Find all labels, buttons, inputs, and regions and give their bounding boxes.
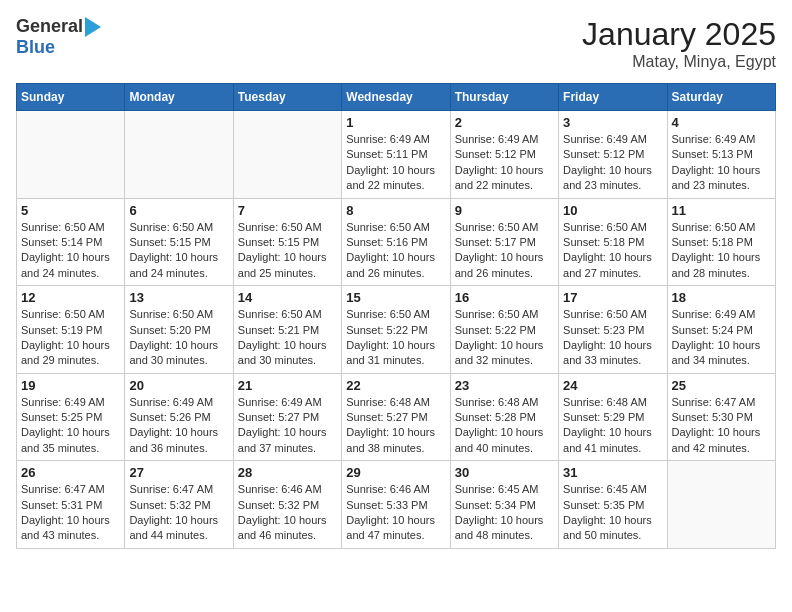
logo: General Blue bbox=[16, 16, 101, 58]
day-number: 8 bbox=[346, 203, 445, 218]
calendar-cell: 7Sunrise: 6:50 AM Sunset: 5:15 PM Daylig… bbox=[233, 198, 341, 286]
day-number: 22 bbox=[346, 378, 445, 393]
day-number: 7 bbox=[238, 203, 337, 218]
day-number: 4 bbox=[672, 115, 771, 130]
day-info: Sunrise: 6:50 AM Sunset: 5:16 PM Dayligh… bbox=[346, 220, 445, 282]
day-info: Sunrise: 6:50 AM Sunset: 5:15 PM Dayligh… bbox=[129, 220, 228, 282]
calendar-cell: 11Sunrise: 6:50 AM Sunset: 5:18 PM Dayli… bbox=[667, 198, 775, 286]
week-row-2: 5Sunrise: 6:50 AM Sunset: 5:14 PM Daylig… bbox=[17, 198, 776, 286]
calendar-table: SundayMondayTuesdayWednesdayThursdayFrid… bbox=[16, 83, 776, 549]
day-info: Sunrise: 6:50 AM Sunset: 5:18 PM Dayligh… bbox=[563, 220, 662, 282]
day-info: Sunrise: 6:46 AM Sunset: 5:33 PM Dayligh… bbox=[346, 482, 445, 544]
day-info: Sunrise: 6:49 AM Sunset: 5:12 PM Dayligh… bbox=[455, 132, 554, 194]
weekday-header-thursday: Thursday bbox=[450, 84, 558, 111]
weekday-header-sunday: Sunday bbox=[17, 84, 125, 111]
calendar-cell: 24Sunrise: 6:48 AM Sunset: 5:29 PM Dayli… bbox=[559, 373, 667, 461]
day-info: Sunrise: 6:50 AM Sunset: 5:23 PM Dayligh… bbox=[563, 307, 662, 369]
week-row-5: 26Sunrise: 6:47 AM Sunset: 5:31 PM Dayli… bbox=[17, 461, 776, 549]
day-info: Sunrise: 6:50 AM Sunset: 5:19 PM Dayligh… bbox=[21, 307, 120, 369]
calendar-cell: 29Sunrise: 6:46 AM Sunset: 5:33 PM Dayli… bbox=[342, 461, 450, 549]
day-info: Sunrise: 6:49 AM Sunset: 5:24 PM Dayligh… bbox=[672, 307, 771, 369]
calendar-cell: 1Sunrise: 6:49 AM Sunset: 5:11 PM Daylig… bbox=[342, 111, 450, 199]
calendar-cell: 15Sunrise: 6:50 AM Sunset: 5:22 PM Dayli… bbox=[342, 286, 450, 374]
logo-arrow-icon bbox=[85, 17, 101, 37]
day-number: 13 bbox=[129, 290, 228, 305]
week-row-3: 12Sunrise: 6:50 AM Sunset: 5:19 PM Dayli… bbox=[17, 286, 776, 374]
calendar-cell: 2Sunrise: 6:49 AM Sunset: 5:12 PM Daylig… bbox=[450, 111, 558, 199]
calendar-cell: 18Sunrise: 6:49 AM Sunset: 5:24 PM Dayli… bbox=[667, 286, 775, 374]
calendar-cell: 4Sunrise: 6:49 AM Sunset: 5:13 PM Daylig… bbox=[667, 111, 775, 199]
calendar-cell: 16Sunrise: 6:50 AM Sunset: 5:22 PM Dayli… bbox=[450, 286, 558, 374]
day-info: Sunrise: 6:49 AM Sunset: 5:27 PM Dayligh… bbox=[238, 395, 337, 457]
day-info: Sunrise: 6:49 AM Sunset: 5:25 PM Dayligh… bbox=[21, 395, 120, 457]
calendar-cell bbox=[17, 111, 125, 199]
day-info: Sunrise: 6:49 AM Sunset: 5:26 PM Dayligh… bbox=[129, 395, 228, 457]
calendar-cell: 23Sunrise: 6:48 AM Sunset: 5:28 PM Dayli… bbox=[450, 373, 558, 461]
day-number: 25 bbox=[672, 378, 771, 393]
day-number: 15 bbox=[346, 290, 445, 305]
day-info: Sunrise: 6:50 AM Sunset: 5:20 PM Dayligh… bbox=[129, 307, 228, 369]
day-number: 26 bbox=[21, 465, 120, 480]
day-number: 11 bbox=[672, 203, 771, 218]
day-number: 10 bbox=[563, 203, 662, 218]
calendar-cell: 22Sunrise: 6:48 AM Sunset: 5:27 PM Dayli… bbox=[342, 373, 450, 461]
page-header: General Blue January 2025 Matay, Minya, … bbox=[16, 16, 776, 71]
day-info: Sunrise: 6:50 AM Sunset: 5:14 PM Dayligh… bbox=[21, 220, 120, 282]
day-number: 27 bbox=[129, 465, 228, 480]
calendar-cell: 25Sunrise: 6:47 AM Sunset: 5:30 PM Dayli… bbox=[667, 373, 775, 461]
calendar-cell: 5Sunrise: 6:50 AM Sunset: 5:14 PM Daylig… bbox=[17, 198, 125, 286]
calendar-cell: 3Sunrise: 6:49 AM Sunset: 5:12 PM Daylig… bbox=[559, 111, 667, 199]
title-area: January 2025 Matay, Minya, Egypt bbox=[582, 16, 776, 71]
calendar-cell: 17Sunrise: 6:50 AM Sunset: 5:23 PM Dayli… bbox=[559, 286, 667, 374]
calendar-cell: 9Sunrise: 6:50 AM Sunset: 5:17 PM Daylig… bbox=[450, 198, 558, 286]
calendar-cell: 26Sunrise: 6:47 AM Sunset: 5:31 PM Dayli… bbox=[17, 461, 125, 549]
day-number: 6 bbox=[129, 203, 228, 218]
day-number: 24 bbox=[563, 378, 662, 393]
day-info: Sunrise: 6:47 AM Sunset: 5:32 PM Dayligh… bbox=[129, 482, 228, 544]
day-info: Sunrise: 6:45 AM Sunset: 5:34 PM Dayligh… bbox=[455, 482, 554, 544]
calendar-cell: 19Sunrise: 6:49 AM Sunset: 5:25 PM Dayli… bbox=[17, 373, 125, 461]
day-info: Sunrise: 6:49 AM Sunset: 5:12 PM Dayligh… bbox=[563, 132, 662, 194]
day-info: Sunrise: 6:50 AM Sunset: 5:18 PM Dayligh… bbox=[672, 220, 771, 282]
page-title: January 2025 bbox=[582, 16, 776, 53]
day-number: 29 bbox=[346, 465, 445, 480]
day-info: Sunrise: 6:48 AM Sunset: 5:27 PM Dayligh… bbox=[346, 395, 445, 457]
calendar-cell: 31Sunrise: 6:45 AM Sunset: 5:35 PM Dayli… bbox=[559, 461, 667, 549]
calendar-cell: 30Sunrise: 6:45 AM Sunset: 5:34 PM Dayli… bbox=[450, 461, 558, 549]
day-info: Sunrise: 6:50 AM Sunset: 5:17 PM Dayligh… bbox=[455, 220, 554, 282]
calendar-cell: 21Sunrise: 6:49 AM Sunset: 5:27 PM Dayli… bbox=[233, 373, 341, 461]
calendar-cell bbox=[233, 111, 341, 199]
calendar-cell: 12Sunrise: 6:50 AM Sunset: 5:19 PM Dayli… bbox=[17, 286, 125, 374]
page-subtitle: Matay, Minya, Egypt bbox=[582, 53, 776, 71]
day-info: Sunrise: 6:47 AM Sunset: 5:30 PM Dayligh… bbox=[672, 395, 771, 457]
day-info: Sunrise: 6:45 AM Sunset: 5:35 PM Dayligh… bbox=[563, 482, 662, 544]
day-number: 20 bbox=[129, 378, 228, 393]
day-number: 14 bbox=[238, 290, 337, 305]
day-info: Sunrise: 6:49 AM Sunset: 5:11 PM Dayligh… bbox=[346, 132, 445, 194]
day-number: 19 bbox=[21, 378, 120, 393]
day-number: 28 bbox=[238, 465, 337, 480]
calendar-cell: 13Sunrise: 6:50 AM Sunset: 5:20 PM Dayli… bbox=[125, 286, 233, 374]
day-number: 21 bbox=[238, 378, 337, 393]
calendar-cell: 6Sunrise: 6:50 AM Sunset: 5:15 PM Daylig… bbox=[125, 198, 233, 286]
day-number: 3 bbox=[563, 115, 662, 130]
day-info: Sunrise: 6:50 AM Sunset: 5:22 PM Dayligh… bbox=[346, 307, 445, 369]
day-number: 16 bbox=[455, 290, 554, 305]
calendar-cell: 28Sunrise: 6:46 AM Sunset: 5:32 PM Dayli… bbox=[233, 461, 341, 549]
day-number: 9 bbox=[455, 203, 554, 218]
weekday-header-friday: Friday bbox=[559, 84, 667, 111]
weekday-header-saturday: Saturday bbox=[667, 84, 775, 111]
day-number: 18 bbox=[672, 290, 771, 305]
calendar-cell: 8Sunrise: 6:50 AM Sunset: 5:16 PM Daylig… bbox=[342, 198, 450, 286]
day-info: Sunrise: 6:50 AM Sunset: 5:21 PM Dayligh… bbox=[238, 307, 337, 369]
day-number: 12 bbox=[21, 290, 120, 305]
day-info: Sunrise: 6:48 AM Sunset: 5:28 PM Dayligh… bbox=[455, 395, 554, 457]
day-info: Sunrise: 6:46 AM Sunset: 5:32 PM Dayligh… bbox=[238, 482, 337, 544]
calendar-cell: 20Sunrise: 6:49 AM Sunset: 5:26 PM Dayli… bbox=[125, 373, 233, 461]
calendar-cell bbox=[667, 461, 775, 549]
day-number: 2 bbox=[455, 115, 554, 130]
weekday-header-row: SundayMondayTuesdayWednesdayThursdayFrid… bbox=[17, 84, 776, 111]
day-number: 30 bbox=[455, 465, 554, 480]
day-info: Sunrise: 6:50 AM Sunset: 5:15 PM Dayligh… bbox=[238, 220, 337, 282]
calendar-cell: 14Sunrise: 6:50 AM Sunset: 5:21 PM Dayli… bbox=[233, 286, 341, 374]
